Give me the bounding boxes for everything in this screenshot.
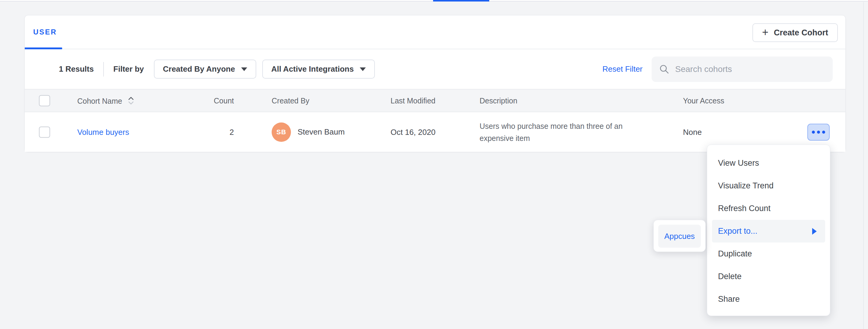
integrations-dropdown-label: All Active Integrations: [271, 64, 354, 74]
dot-icon: [817, 131, 820, 134]
menu-item-refresh-count[interactable]: Refresh Count: [707, 197, 830, 220]
filter-by-label: Filter by: [114, 64, 144, 74]
cohort-count: 2: [183, 127, 234, 137]
top-nav-strip: [0, 0, 868, 1]
plus-icon: +: [762, 27, 768, 38]
cohort-description: Users who purchase more than three of an…: [479, 120, 661, 144]
dot-icon: [812, 131, 815, 134]
header-your-access: Your Access: [683, 96, 724, 105]
chevron-down-icon: [241, 67, 247, 71]
create-cohort-button[interactable]: + Create Cohort: [752, 23, 838, 42]
chevron-down-icon: [360, 67, 366, 71]
header-cohort-name[interactable]: Cohort Name: [77, 95, 134, 106]
tabs-row: USER + Create Cohort: [25, 16, 845, 49]
row-actions-menu: View Users Visualize Trend Refresh Count…: [707, 144, 830, 316]
menu-item-share[interactable]: Share: [707, 288, 830, 310]
export-submenu: Appcues: [653, 220, 706, 252]
tab-user-label: USER: [33, 28, 57, 36]
results-count: 1 Results: [59, 64, 94, 74]
menu-item-view-users[interactable]: View Users: [707, 152, 830, 174]
scrollbar-track[interactable]: [863, 2, 864, 329]
header-count: Count: [183, 96, 234, 105]
sort-icon: [127, 95, 134, 106]
last-modified-date: Oct 16, 2020: [391, 127, 435, 137]
table-header-row: Cohort Name Count Created By Last Modifi…: [25, 89, 845, 112]
cohort-name-link[interactable]: Volume buyers: [77, 127, 129, 136]
submenu-item-appcues[interactable]: Appcues: [658, 225, 701, 248]
description-line2: expensive item: [479, 132, 661, 144]
row-actions-button[interactable]: [807, 124, 830, 141]
dot-icon: [822, 131, 825, 134]
tab-user[interactable]: USER: [25, 16, 65, 49]
filter-bar: 1 Results Filter by Created By Anyone Al…: [25, 49, 845, 89]
reset-filter-link[interactable]: Reset Filter: [602, 64, 643, 74]
cohorts-panel: USER + Create Cohort 1 Results Filter by…: [25, 15, 846, 152]
header-description: Description: [479, 94, 661, 107]
row-checkbox[interactable]: [39, 127, 50, 138]
search-icon: [659, 64, 670, 75]
search-box[interactable]: [652, 57, 833, 82]
header-cohort-name-label: Cohort Name: [77, 97, 122, 105]
search-input[interactable]: [675, 64, 826, 74]
divider: [103, 62, 104, 77]
description-line1: Users who purchase more than three of an: [479, 120, 661, 132]
menu-item-export-to[interactable]: Export to...: [712, 220, 825, 243]
created-by-name: Steven Baum: [298, 127, 345, 137]
submenu-arrow-icon: [812, 228, 817, 235]
created-by-dropdown-label: Created By Anyone: [163, 64, 235, 74]
header-last-modified: Last Modified: [391, 96, 435, 105]
integrations-dropdown[interactable]: All Active Integrations: [262, 60, 375, 79]
cohorts-page: USER + Create Cohort 1 Results Filter by…: [0, 0, 868, 329]
menu-item-duplicate[interactable]: Duplicate: [707, 243, 830, 265]
menu-item-delete[interactable]: Delete: [707, 265, 830, 288]
header-created-by: Created By: [272, 96, 309, 105]
created-by-dropdown[interactable]: Created By Anyone: [154, 60, 256, 79]
menu-item-export-to-label: Export to...: [718, 226, 757, 236]
menu-item-visualize-trend[interactable]: Visualize Trend: [707, 174, 830, 197]
avatar: SB: [272, 122, 291, 142]
create-cohort-label: Create Cohort: [774, 28, 828, 37]
active-tab-indicator: [433, 0, 489, 1]
select-all-checkbox[interactable]: [39, 95, 50, 106]
your-access-value: None: [683, 127, 702, 137]
